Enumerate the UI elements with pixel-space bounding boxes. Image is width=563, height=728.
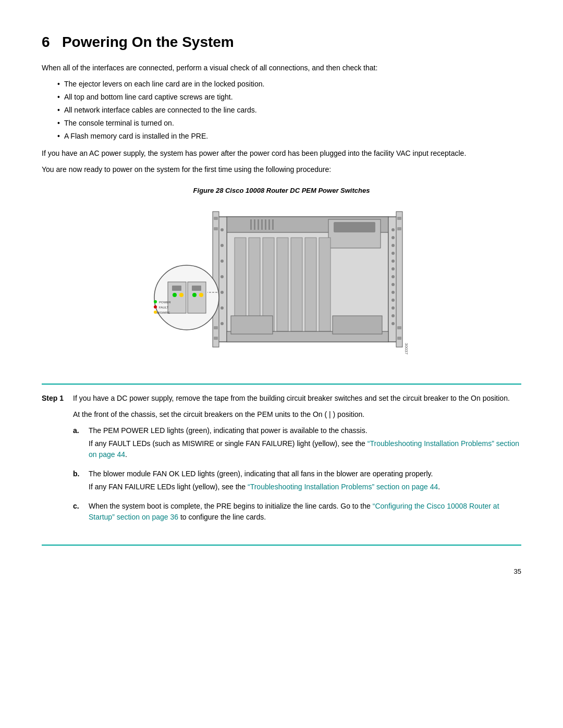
- sub-b-text1: The blower module FAN OK LED lights (gre…: [89, 468, 521, 479]
- svg-point-71: [154, 305, 157, 309]
- svg-point-36: [221, 275, 224, 278]
- checklist-item: The ejector levers on each line card are…: [57, 79, 521, 90]
- sub-step-c: c. When the system boot is complete, the…: [73, 501, 521, 525]
- svg-point-23: [391, 260, 395, 263]
- figure-container: POWER FAULT MISWIRE 30037: [42, 201, 521, 368]
- page-number: 35: [42, 566, 521, 577]
- svg-rect-52: [397, 227, 401, 230]
- svg-point-39: [221, 322, 224, 325]
- checklist-item: The console terminal is turned on.: [57, 118, 521, 129]
- svg-rect-16: [305, 238, 316, 331]
- svg-rect-51: [397, 217, 401, 220]
- ac-power-para: If you have an AC power supply, the syst…: [42, 148, 521, 159]
- svg-rect-47: [214, 217, 218, 220]
- svg-rect-53: [397, 326, 401, 329]
- svg-point-64: [179, 293, 183, 297]
- svg-rect-50: [214, 337, 218, 340]
- svg-point-35: [221, 260, 224, 263]
- sub-step-a-content: The PEM POWER LED lights (green), indica…: [89, 425, 521, 462]
- svg-text:POWER: POWER: [159, 301, 171, 304]
- svg-text:FAULT: FAULT: [159, 306, 169, 309]
- svg-rect-14: [277, 238, 288, 331]
- svg-rect-56: [231, 316, 273, 334]
- svg-point-34: [221, 244, 224, 247]
- sub-a-text1: The PEM POWER LED lights (green), indica…: [89, 425, 521, 436]
- sub-a-text2: If any FAULT LEDs (such as MISWIRE or si…: [89, 438, 521, 460]
- figure-caption: Figure 28 Cisco 10008 Router DC PEM Powe…: [42, 186, 521, 196]
- svg-point-29: [391, 306, 395, 310]
- svg-point-27: [391, 291, 395, 294]
- step-1-content: If you have a DC power supply, remove th…: [73, 393, 521, 531]
- svg-point-26: [391, 283, 395, 286]
- sub-step-c-label: c.: [73, 501, 89, 525]
- svg-point-57: [154, 265, 219, 330]
- step-section: Step 1 If you have a DC power supply, re…: [42, 384, 521, 546]
- svg-point-28: [391, 299, 395, 302]
- svg-rect-4: [258, 219, 259, 230]
- router-diagram: POWER FAULT MISWIRE 30037: [146, 201, 417, 368]
- checklist-item: All network interface cables are connect…: [57, 105, 521, 116]
- svg-point-31: [391, 322, 395, 325]
- svg-point-24: [391, 267, 395, 270]
- svg-point-72: [154, 311, 157, 314]
- sub-steps: a. The PEM POWER LED lights (green), ind…: [73, 425, 521, 525]
- sub-step-c-content: When the system boot is complete, the PR…: [89, 501, 521, 525]
- step-1-label: Step 1: [42, 393, 73, 531]
- svg-rect-62: [192, 286, 201, 291]
- sub-step-b-label: b.: [73, 468, 89, 495]
- svg-rect-6: [265, 219, 266, 230]
- svg-point-70: [154, 300, 157, 303]
- svg-point-63: [173, 293, 177, 297]
- svg-rect-54: [397, 337, 401, 340]
- intro-paragraph: When all of the interfaces are connected…: [42, 63, 521, 73]
- svg-point-30: [391, 314, 395, 317]
- troubleshooting-link-b[interactable]: “Troubleshooting Installation Problems” …: [248, 483, 438, 491]
- svg-point-25: [391, 275, 395, 278]
- ready-para: You are now ready to power on the system…: [42, 164, 521, 175]
- svg-point-19: [391, 228, 395, 231]
- svg-rect-17: [319, 238, 331, 331]
- svg-point-66: [199, 293, 203, 297]
- sub-c-text: When the system boot is complete, the PR…: [89, 501, 521, 523]
- svg-point-37: [221, 291, 224, 294]
- svg-rect-7: [268, 219, 270, 230]
- svg-rect-10: [334, 222, 375, 232]
- svg-text:MISWIRE: MISWIRE: [156, 311, 170, 314]
- svg-rect-55: [333, 316, 382, 334]
- sub-b-text2: If any FAN FAILURE LEDs light (yellow), …: [89, 482, 521, 492]
- svg-point-38: [221, 306, 224, 310]
- checklist: The ejector levers on each line card are…: [57, 79, 521, 142]
- svg-rect-15: [291, 238, 302, 331]
- svg-rect-3: [254, 219, 255, 230]
- sub-step-a-label: a.: [73, 425, 89, 462]
- svg-rect-5: [261, 219, 263, 230]
- step-1-para2: At the front of the chassis, set the cir…: [73, 409, 521, 420]
- checklist-item: All top and bottom line card captive scr…: [57, 92, 521, 103]
- svg-rect-2: [250, 219, 252, 230]
- checklist-item: A Flash memory card is installed in the …: [57, 131, 521, 142]
- svg-rect-61: [172, 286, 181, 291]
- chapter-number: 6: [42, 34, 50, 50]
- svg-point-65: [192, 293, 197, 297]
- svg-point-22: [391, 252, 395, 255]
- sub-step-b-content: The blower module FAN OK LED lights (gre…: [89, 468, 521, 495]
- svg-rect-8: [272, 219, 274, 230]
- svg-text:30037: 30037: [404, 343, 409, 355]
- svg-rect-48: [214, 227, 218, 230]
- step-1-row: Step 1 If you have a DC power supply, re…: [42, 393, 521, 531]
- svg-point-33: [221, 228, 224, 231]
- svg-point-20: [391, 236, 395, 239]
- sub-step-b: b. The blower module FAN OK LED lights (…: [73, 468, 521, 495]
- chapter-title: 6 Powering On the System: [42, 31, 521, 53]
- step-1-text: If you have a DC power supply, remove th…: [73, 393, 521, 404]
- svg-rect-49: [214, 326, 218, 329]
- sub-step-a: a. The PEM POWER LED lights (green), ind…: [73, 425, 521, 462]
- svg-point-21: [391, 244, 395, 247]
